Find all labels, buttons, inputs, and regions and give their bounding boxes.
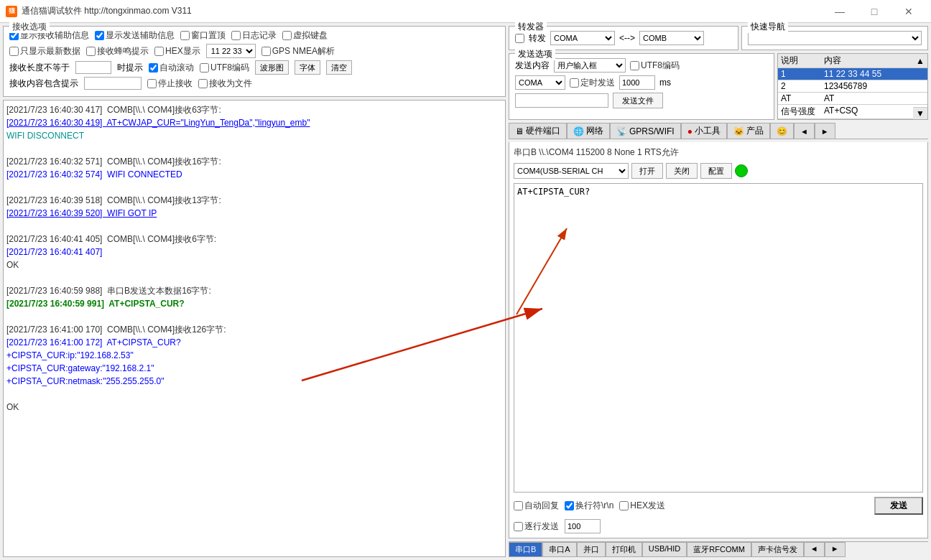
serial-input-textarea[interactable]: AT+CIPSTA_CUR? — [514, 183, 923, 493]
close-button[interactable]: ✕ — [892, 0, 925, 23]
cb-hex-display[interactable]: HEX显示 — [154, 45, 200, 57]
bottom-tab-bluetooth[interactable]: 蓝牙RFCOMM — [687, 542, 751, 557]
cb-log-record[interactable]: 日志记录 — [231, 29, 277, 42]
send-row-content: AT+CSQ — [824, 106, 925, 118]
tab-tools[interactable]: ● 小工具 — [681, 123, 727, 139]
cb-newline[interactable]: 换行符\r\n — [565, 500, 613, 512]
log-area[interactable]: [2021/7/23 16:40:30 417] COMB[\\.\ COM4]… — [3, 100, 506, 557]
hardware-icon: 🖥 — [515, 126, 524, 136]
scroll-down-icon[interactable]: ▼ — [913, 107, 927, 119]
log-line: [2021/7/23 16:40:30 419] AT+CWJAP_CUR="L… — [6, 116, 502, 129]
log-line: [2021/7/23 16:41:00 170] COMB[\\.\ COM4]… — [6, 323, 502, 336]
cb-show-latest[interactable]: 只显示最新数据 — [9, 45, 80, 57]
cb-utf8[interactable]: UTF8编码 — [200, 62, 249, 74]
send-row-content: 11 22 33 44 55 — [824, 69, 925, 79]
send-content-type[interactable]: 用户输入框 — [554, 58, 626, 73]
send-content-label: 发送内容 — [515, 60, 550, 72]
comb-select[interactable]: COMB COMA — [639, 31, 704, 45]
minimize-button[interactable]: — — [823, 0, 856, 23]
arrow-label: <--> — [619, 33, 635, 43]
send-row-desc: 信号强度 — [781, 106, 824, 118]
forward-checkbox[interactable] — [515, 34, 524, 43]
clear-button[interactable]: 清空 — [326, 60, 352, 75]
options-row-3: 接收长度不等于 时提示 自动滚动 UTF8编码 波形图 字体 清空 — [9, 60, 499, 75]
tab-nav-icon[interactable]: 😊 — [770, 123, 794, 139]
font-button[interactable]: 字体 — [295, 60, 320, 75]
send-row-content: AT — [824, 93, 925, 103]
tab-gprs-wifi[interactable]: 📡 GPRS/WIFI — [610, 123, 681, 139]
bottom-tab-next[interactable]: ► — [825, 542, 846, 557]
log-line: [2021/7/23 16:40:39 518] COMB[\\.\ COM4]… — [6, 194, 502, 207]
send-row-desc: AT — [781, 93, 824, 103]
cb-auto-scroll[interactable]: 自动滚动 — [149, 62, 194, 74]
send-options-panel: 发送选项 发送内容 用户输入框 UTF8编码 COMA COMB — [509, 53, 774, 120]
send-button[interactable]: 发送 — [874, 497, 923, 515]
cb-beep[interactable]: 接收蜂鸣提示 — [86, 45, 149, 57]
cb-recv-file[interactable]: 接收为文件 — [198, 78, 252, 90]
send-file-button[interactable]: 发送文件 — [613, 93, 663, 108]
bottom-tab-seriala[interactable]: 串口A — [542, 542, 576, 557]
send-controls-row1: 自动回复 换行符\r\n HEX发送 发送 — [514, 497, 923, 515]
coma-select[interactable]: COMA COMB — [550, 31, 615, 45]
forward-label: 转发 — [529, 32, 546, 45]
cb-hex-send[interactable]: HEX发送 — [619, 500, 665, 512]
send-list-col-desc: 说明 — [781, 55, 824, 67]
cb-show-send-assist[interactable]: 显示发送辅助信息 — [95, 29, 175, 42]
maximize-button[interactable]: □ — [858, 0, 891, 23]
bottom-tab-usbhid[interactable]: USB/HID — [642, 542, 687, 557]
recv-len-input[interactable] — [75, 61, 111, 74]
scroll-up-icon[interactable]: ▲ — [916, 56, 925, 66]
tab-prev[interactable]: ◄ — [794, 123, 815, 139]
send-list-row[interactable]: 1 11 22 33 44 55 — [778, 68, 927, 80]
cb-utf8-send[interactable]: UTF8编码 — [630, 60, 680, 72]
send-list-row[interactable]: AT AT — [778, 93, 927, 105]
send-list-rows: 1 11 22 33 44 55 2 123456789 AT AT 信号强度 … — [778, 68, 927, 119]
log-line: +CIPSTA_CUR:ip:"192.168.2.53" — [6, 349, 502, 362]
send-row-2: COMA COMB 定时发送 ms — [515, 75, 768, 90]
serial-port-area: 串口B \\.\COM4 115200 8 None 1 RTS允许 COM4(… — [509, 142, 928, 538]
send-text-input[interactable] — [515, 93, 608, 108]
bottom-tab-prev[interactable]: ◄ — [804, 542, 825, 557]
send-list-row[interactable]: 信号强度 AT+CSQ — [778, 105, 927, 119]
tab-product[interactable]: 🐱 产品 — [727, 123, 770, 139]
tab-next[interactable]: ► — [815, 123, 835, 139]
options-row-4: 接收内容包含提示 停止接收 接收为文件 — [9, 77, 499, 90]
send-list-row[interactable]: 2 123456789 — [778, 80, 927, 93]
left-panel: 接收选项 显示接收辅助信息 显示发送辅助信息 窗口置顶 日志记录 — [3, 26, 506, 557]
tab-bar: 🖥 硬件端口 🌐 网络 📡 GPRS/WIFI ● 小工具 🐱 产品 😊 — [509, 123, 928, 139]
ms-label: ms — [659, 78, 671, 88]
recv-content-input[interactable] — [84, 77, 142, 90]
hex-value-select[interactable]: 11 22 33 — [206, 44, 256, 58]
tab-label: 小工具 — [695, 125, 721, 137]
right-panel: 转发器 转发 COMA COMB <--> COMB COMA 快速导航 — [509, 26, 928, 557]
cb-auto-reply[interactable]: 自动回复 — [514, 500, 559, 512]
waveform-button[interactable]: 波形图 — [255, 60, 289, 75]
quick-nav-select[interactable] — [748, 31, 922, 45]
bottom-tab-serialb[interactable]: 串口B — [509, 542, 542, 557]
bottom-tab-parallel[interactable]: 并口 — [577, 542, 606, 557]
tab-hardware-port[interactable]: 🖥 硬件端口 — [509, 123, 567, 139]
serial-controls: COM4(USB-SERIAL CH 打开 关闭 配置 — [514, 163, 923, 179]
bottom-tab-soundcard[interactable]: 声卡信号发 — [751, 542, 804, 557]
receive-options-title: 接收选项 — [9, 21, 50, 33]
step-value-input[interactable] — [565, 519, 601, 533]
cb-step-send[interactable]: 逐行发送 — [514, 521, 559, 533]
close-port-button[interactable]: 关闭 — [666, 163, 698, 179]
forwarder-title: 转发器 — [515, 21, 547, 33]
tools-icon: ● — [687, 126, 693, 136]
cb-timer-send[interactable]: 定时发送 — [570, 77, 615, 89]
cb-virtual-keyboard[interactable]: 虚拟键盘 — [282, 29, 328, 42]
timer-value-input[interactable] — [619, 75, 655, 90]
smiley-icon: 😊 — [777, 126, 787, 136]
tab-label: 产品 — [746, 125, 764, 137]
tab-network[interactable]: 🌐 网络 — [567, 123, 610, 139]
bottom-tab-printer[interactable]: 打印机 — [606, 542, 642, 557]
send-port-select[interactable]: COMA COMB — [515, 75, 565, 90]
com-port-select[interactable]: COM4(USB-SERIAL CH — [514, 163, 629, 179]
cb-window-top[interactable]: 窗口置顶 — [180, 29, 226, 42]
recv-time-label: 时提示 — [117, 62, 143, 74]
config-port-button[interactable]: 配置 — [700, 163, 732, 179]
open-port-button[interactable]: 打开 — [631, 163, 663, 179]
cb-stop-recv[interactable]: 停止接收 — [147, 78, 193, 90]
cb-gps-nmea[interactable]: GPS NMEA解析 — [261, 45, 335, 57]
